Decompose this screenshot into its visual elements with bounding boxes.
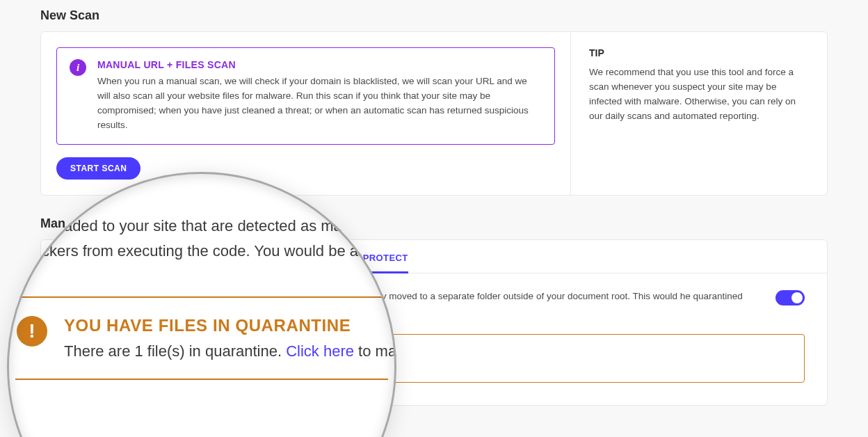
new-scan-card: i MANUAL URL + FILES SCAN When you run a… [40,31,828,196]
protect-description: Files uploaded to your site that are det… [63,289,755,319]
quarantine-alert: ! YOU HAVE FILES IN QUARANTINE There are… [63,334,805,383]
section-title-new-scan: New Scan [40,8,828,23]
info-icon: i [70,59,86,76]
tip-title: TIP [589,47,809,58]
tip-body: We recommend that you use this tool and … [589,65,809,124]
quarantine-manage-link[interactable]: Click here [245,360,287,371]
manage-tabs: SCANS QUARANTINE ANTIVIRUS REMOVAL PROTE… [41,240,827,273]
new-scan-tip-panel: TIP We recommend that you use this tool … [571,32,827,195]
tab-protect[interactable]: PROTECT [363,253,408,263]
manual-scan-info-box: i MANUAL URL + FILES SCAN When you run a… [56,47,555,145]
quarantine-alert-body: There are 1 file(s) in quarantine. Click… [108,360,336,371]
section-title-manage: Man [40,216,828,231]
alert-icon: ! [78,346,96,364]
new-scan-card-left: i MANUAL URL + FILES SCAN When you run a… [41,32,571,195]
start-scan-button[interactable]: START SCAN [56,157,140,180]
quarantine-alert-title: YOU HAVE FILES IN QUARANTINE [108,346,336,357]
manage-card: SCANS QUARANTINE ANTIVIRUS REMOVAL PROTE… [40,239,828,406]
manual-scan-info-title: MANUAL URL + FILES SCAN [97,59,542,70]
manual-scan-info-body: When you run a manual scan, we will chec… [97,74,542,133]
protect-toggle[interactable] [775,290,805,305]
